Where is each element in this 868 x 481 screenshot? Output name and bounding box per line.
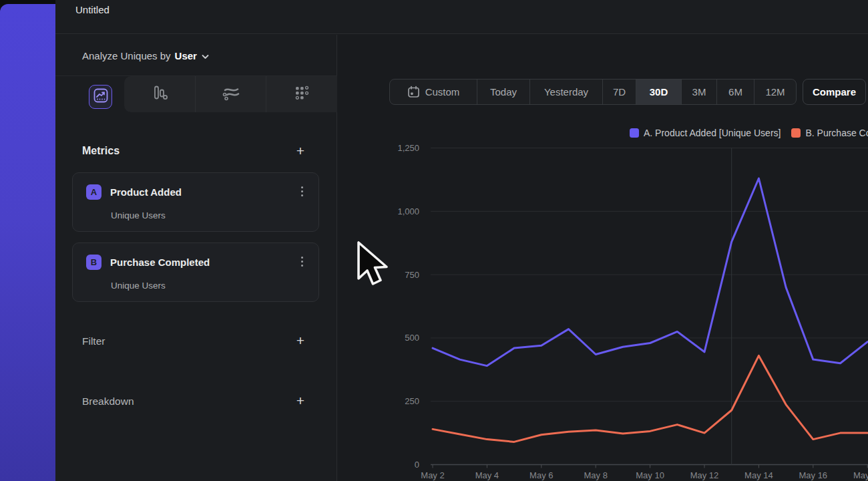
metric-name[interactable]: Product Added — [110, 186, 182, 198]
y-axis-tick-label: 250 — [405, 396, 419, 406]
series-line-b[interactable] — [433, 355, 867, 442]
add-metric-button[interactable]: + — [293, 144, 308, 159]
metric-measurement[interactable]: Unique Users — [111, 281, 166, 291]
tab-insights[interactable] — [89, 85, 112, 109]
line-chart-area[interactable]: 02505007501,0001,250May 2May 4May 6May 8… — [374, 134, 868, 481]
metrics-section-title: Metrics — [82, 145, 120, 157]
y-axis-tick-label: 0 — [415, 460, 419, 470]
x-axis-tick-label: May 6 — [529, 470, 553, 480]
y-axis-tick-label: 500 — [405, 333, 419, 343]
grid-dots-icon — [293, 84, 310, 104]
range-option-label: 7D — [613, 86, 626, 98]
x-axis-tick-label: May 16 — [799, 470, 827, 480]
report-title[interactable]: Untitled — [75, 4, 110, 15]
x-axis-tick-label: May 18 — [853, 470, 868, 480]
range-option-label: Yesterday — [544, 86, 588, 98]
analysis-prefix-label: Analyze Uniques by — [82, 50, 171, 61]
flows-squiggle-icon — [222, 84, 240, 104]
x-axis-tick-label: May 12 — [690, 470, 719, 480]
funnel-bars-icon — [151, 84, 168, 104]
range-option-6m[interactable]: 6M — [717, 79, 754, 104]
line-chart-svg[interactable]: 02505007501,0001,250May 2May 4May 6May 8… — [374, 134, 868, 481]
x-axis-tick-label: May 2 — [421, 470, 444, 480]
y-axis-tick-label: 1,000 — [397, 206, 419, 216]
view-tab-group — [124, 76, 337, 112]
metric-measurement[interactable]: Unique Users — [111, 210, 166, 220]
tab-funnels[interactable] — [124, 76, 196, 112]
range-option-label: 12M — [765, 86, 785, 98]
add-breakdown-button[interactable]: + — [293, 394, 308, 409]
filter-section-title: Filter — [82, 335, 105, 347]
metric-card-b[interactable]: B Purchase Completed Unique Users — [72, 243, 319, 302]
metric-card-a[interactable]: A Product Added Unique Users — [72, 172, 319, 232]
range-option-3m[interactable]: 3M — [682, 79, 717, 104]
x-axis-tick-label: May 14 — [744, 470, 773, 480]
metric-badge-b: B — [86, 255, 101, 270]
x-axis-tick-label: May 4 — [475, 470, 499, 480]
range-option-yesterday[interactable]: Yesterday — [530, 79, 603, 104]
kebab-menu-icon[interactable] — [297, 257, 306, 269]
range-option-today[interactable]: Today — [477, 79, 530, 104]
metric-name[interactable]: Purchase Completed — [110, 257, 210, 268]
range-option-custom[interactable]: Custom — [390, 79, 477, 104]
compare-button[interactable]: Compare — [803, 79, 866, 105]
y-axis-tick-label: 750 — [405, 270, 419, 280]
x-axis-tick-label: May 8 — [584, 470, 607, 480]
breakdown-section-title: Breakdown — [82, 395, 134, 408]
range-option-label: Custom — [425, 86, 460, 98]
kebab-menu-icon[interactable] — [297, 186, 306, 198]
range-option-label: 3M — [692, 86, 706, 98]
chevron-down-icon — [202, 50, 209, 61]
range-option-12m[interactable]: 12M — [754, 79, 796, 104]
mouse-cursor — [357, 241, 392, 293]
tab-retention[interactable] — [266, 76, 337, 112]
range-option-label: 6M — [728, 86, 742, 98]
x-axis-tick-label: May 10 — [636, 470, 664, 480]
range-option-7d[interactable]: 7D — [603, 79, 636, 104]
tab-flows[interactable] — [196, 76, 267, 112]
metric-badge-a: A — [86, 184, 101, 200]
range-option-30d[interactable]: 30D — [636, 79, 682, 104]
analysis-selected-value[interactable]: User — [175, 50, 197, 61]
brand-gradient-strip — [0, 4, 55, 481]
range-option-label: Today — [490, 86, 517, 98]
calendar-icon — [407, 86, 420, 98]
top-bar — [55, 0, 868, 34]
add-filter-button[interactable]: + — [293, 334, 308, 349]
range-option-label: 30D — [650, 86, 668, 98]
insights-line-chart-icon — [93, 88, 108, 106]
date-range-bar: CustomTodayYesterday7D30D3M6M12M — [389, 79, 797, 105]
y-axis-tick-label: 1,250 — [397, 143, 419, 153]
analysis-selector-row[interactable]: Analyze Uniques byUser — [82, 50, 209, 61]
